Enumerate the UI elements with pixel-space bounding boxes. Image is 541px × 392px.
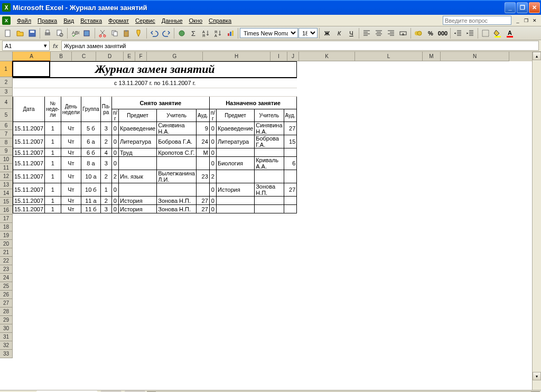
cell[interactable]: М	[196, 148, 209, 157]
new-button[interactable]	[2, 27, 14, 39]
cell[interactable]: Краеведение	[216, 122, 254, 135]
cell[interactable]: Боброва Г.А.	[255, 135, 284, 148]
cell[interactable]: 1	[45, 122, 61, 135]
cell[interactable]: 27	[196, 205, 209, 213]
cell[interactable]: Чт	[61, 170, 81, 183]
cell[interactable]: 1	[45, 157, 61, 170]
fill-color-button[interactable]	[492, 27, 503, 39]
cell[interactable]: 1	[45, 148, 61, 157]
cell[interactable]: 8 а	[81, 157, 101, 170]
cell[interactable]: 11 б	[81, 205, 101, 213]
cell[interactable]	[255, 148, 284, 157]
cell[interactable]: Литература	[119, 135, 157, 148]
cell[interactable]	[284, 197, 297, 205]
cell[interactable]	[196, 157, 209, 170]
row-header[interactable]: 28	[0, 307, 13, 316]
sheet-subtitle[interactable]: с 13.11.2007 г. по 16.11.2007 г.	[13, 78, 297, 88]
cell[interactable]: 1	[100, 183, 111, 197]
cell[interactable]: Зонова Н.П.	[157, 205, 197, 213]
align-left-button[interactable]	[361, 27, 372, 39]
cell[interactable]: История	[119, 197, 157, 205]
cell[interactable]: Чт	[61, 205, 81, 213]
undo-button[interactable]	[148, 27, 160, 39]
cell[interactable]: 6	[284, 157, 297, 170]
row-header[interactable]: 24	[0, 274, 13, 282]
font-size-select[interactable]: 18	[299, 28, 318, 38]
spell-button[interactable]: ABC	[69, 27, 81, 39]
cell[interactable]: Зонова Н.П.	[157, 197, 197, 205]
cell[interactable]: 2	[209, 170, 216, 183]
col-header-H[interactable]: H	[203, 52, 270, 61]
cell[interactable]: Чт	[61, 197, 81, 205]
row-header[interactable]: 19	[0, 231, 13, 240]
row-header[interactable]: 17	[0, 214, 13, 223]
cell[interactable]	[216, 170, 254, 183]
cell[interactable]: Труд	[119, 148, 157, 157]
doc-minimize-button[interactable]: _	[514, 17, 522, 24]
cell[interactable]	[119, 183, 157, 197]
align-right-button[interactable]	[385, 27, 397, 39]
row-header[interactable]: 21	[0, 248, 13, 257]
col-header-D[interactable]: D	[96, 52, 124, 61]
print-button[interactable]	[42, 27, 53, 39]
cell[interactable]: 6 б	[81, 148, 101, 157]
cell[interactable]: 15	[284, 135, 297, 148]
cell[interactable]: Литература	[216, 135, 254, 148]
cell[interactable]: 23	[196, 170, 209, 183]
cell[interactable]	[284, 205, 297, 213]
merge-button[interactable]: a	[397, 27, 409, 39]
hdr-weeknum[interactable]: № неде-ли	[45, 97, 61, 122]
cell[interactable]: 3	[100, 122, 111, 135]
row-header[interactable]: 9	[0, 147, 13, 155]
table-row[interactable]: 15.11.20071Чт6 б40ТрудКропотов С.Г.М0	[13, 148, 297, 157]
cell[interactable]: 15.11.2007	[13, 135, 45, 148]
row-header[interactable]: 22	[0, 257, 13, 265]
cell[interactable]: 0	[209, 148, 216, 157]
increase-indent-button[interactable]	[464, 27, 476, 39]
table-row[interactable]: 15.11.20071Чт10 б100ИсторияЗонова Н.П.27	[13, 183, 297, 197]
cell[interactable]: 5 б	[81, 122, 101, 135]
row-header[interactable]: 26	[0, 291, 13, 299]
cell[interactable]	[255, 170, 284, 183]
cell[interactable]: 2	[100, 135, 111, 148]
vertical-scrollbar[interactable]: ▴ ▾	[532, 52, 541, 390]
hdr-weekday[interactable]: День недели	[61, 97, 81, 122]
cell[interactable]: 0	[111, 205, 118, 213]
chart-button[interactable]	[225, 27, 236, 39]
row-header[interactable]: 18	[0, 223, 13, 231]
row-header[interactable]: 32	[0, 341, 13, 350]
cell[interactable]: 27	[284, 183, 297, 197]
cell[interactable]: 0	[209, 157, 216, 170]
italic-button[interactable]: К	[333, 27, 345, 39]
row-header[interactable]: 23	[0, 265, 13, 274]
cell[interactable]: 0	[111, 122, 118, 135]
cell[interactable]	[157, 183, 197, 197]
borders-button[interactable]	[480, 27, 491, 39]
cell[interactable]: 27	[284, 122, 297, 135]
underline-button[interactable]: Ч	[346, 27, 357, 39]
close-button[interactable]: ✕	[529, 2, 540, 13]
table-row[interactable]: 15.11.20071Чт8 а300БиологияКриваль А.А.6	[13, 157, 297, 170]
cell[interactable]: Чт	[61, 135, 81, 148]
select-all-corner[interactable]	[0, 52, 13, 61]
doc-restore-button[interactable]: ❐	[522, 17, 530, 24]
paste-button[interactable]	[121, 27, 133, 39]
format-painter-button[interactable]	[133, 27, 145, 39]
cell[interactable]: 0	[111, 183, 118, 197]
cell[interactable]: Синявина Н.А.	[255, 122, 284, 135]
cell[interactable]: 3	[100, 205, 111, 213]
table-row[interactable]: 15.11.20071Чт11 а20ИсторияЗонова Н.П.270	[13, 197, 297, 205]
sheet-title[interactable]: Журнал замен занятий	[13, 62, 297, 78]
cell[interactable]: 2	[100, 197, 111, 205]
cell[interactable]: 0	[209, 205, 216, 213]
cut-button[interactable]	[97, 27, 108, 39]
row-header-1[interactable]: 1	[0, 61, 13, 77]
open-button[interactable]	[14, 27, 26, 39]
cell[interactable]: 0	[111, 197, 118, 205]
percent-button[interactable]: %	[425, 27, 436, 39]
doc-close-button[interactable]: ✕	[530, 17, 539, 24]
cell[interactable]: 0	[209, 122, 216, 135]
row-header[interactable]: 27	[0, 299, 13, 307]
cell[interactable]: 15.11.2007	[13, 148, 45, 157]
menu-insert[interactable]: Вставка	[77, 16, 105, 25]
